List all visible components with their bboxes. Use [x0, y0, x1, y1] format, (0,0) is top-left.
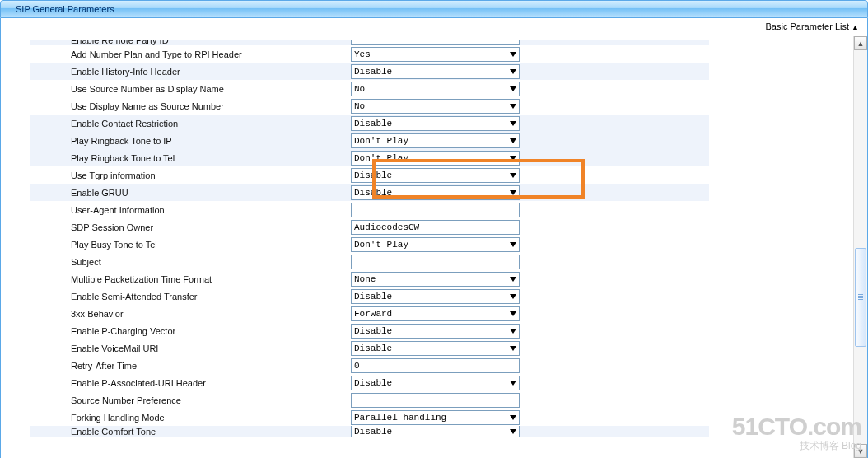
param-control-cell: Disable — [351, 376, 709, 390]
param-row: Enable P-Charging VectorDisable — [30, 322, 709, 339]
param-label: Enable GRUU — [30, 188, 351, 198]
param-row: Retry-After Time0 — [30, 357, 709, 374]
param-label: Enable P-Charging Vector — [30, 326, 351, 336]
param-select[interactable]: No — [351, 99, 520, 114]
param-textbox[interactable] — [351, 255, 520, 269]
param-textbox[interactable] — [351, 393, 520, 408]
param-row: Source Number Preference — [30, 391, 709, 409]
param-select[interactable]: Don't Play — [351, 237, 520, 252]
param-control-cell — [351, 203, 709, 217]
param-select[interactable]: No — [351, 82, 520, 96]
scroll-track[interactable] — [854, 50, 867, 444]
basic-param-link-label: Basic Parameter List — [766, 21, 849, 31]
param-row: Enable Comfort ToneDisable — [30, 426, 709, 437]
scroll-up-button[interactable]: ▲ — [854, 36, 867, 50]
param-select[interactable]: Disable — [351, 40, 520, 45]
param-row: User-Agent Information — [30, 201, 709, 218]
param-control-cell: AudiocodesGW — [351, 220, 709, 235]
param-label: SDP Session Owner — [30, 222, 351, 232]
content-frame: Basic Parameter List ▲ Enable Remote Par… — [0, 18, 868, 458]
param-control-cell: None — [351, 272, 709, 287]
param-control-cell: Don't Play — [351, 237, 709, 252]
scroll-thumb[interactable] — [855, 248, 866, 347]
param-control-cell: Disable — [351, 426, 709, 437]
param-row: Enable P-Associated-URI HeaderDisable — [30, 374, 709, 391]
param-row: Use Tgrp informationDisable — [30, 166, 709, 184]
param-select[interactable]: Yes — [351, 47, 520, 62]
param-textbox[interactable] — [351, 203, 520, 217]
param-row: Play Ringback Tone to IPDon't Play — [30, 132, 709, 149]
param-label: Play Ringback Tone to IP — [30, 136, 351, 146]
up-arrow-icon: ▲ — [852, 23, 859, 31]
param-control-cell: Yes — [351, 47, 709, 62]
param-label: Source Number Preference — [30, 395, 351, 405]
param-label: Enable Semi-Attended Transfer — [30, 292, 351, 301]
param-row: Add Number Plan and Type to RPI HeaderYe… — [30, 45, 709, 63]
param-label: Use Display Name as Source Number — [30, 101, 351, 111]
param-label: Use Tgrp information — [30, 171, 351, 180]
param-row: Enable Contact RestrictionDisable — [30, 114, 709, 132]
basic-param-link[interactable]: Basic Parameter List ▲ — [1, 18, 867, 33]
param-control-cell: Disable — [351, 185, 709, 200]
param-label: Play Ringback Tone to Tel — [30, 153, 351, 163]
param-label: Enable Contact Restriction — [30, 119, 351, 129]
param-control-cell: Forward — [351, 306, 709, 321]
title-bar: SIP General Parameters — [0, 0, 868, 18]
param-control-cell: Disable — [351, 168, 709, 183]
param-select[interactable]: Disable — [351, 426, 520, 437]
param-control-cell: Disable — [351, 40, 709, 45]
param-select[interactable]: Disable — [351, 289, 520, 304]
param-label: Play Busy Tone to Tel — [30, 240, 351, 250]
param-label: User-Agent Information — [30, 205, 351, 215]
param-textbox[interactable]: 0 — [351, 358, 520, 373]
vertical-scrollbar[interactable]: ▲ ▼ — [853, 36, 867, 458]
param-row: Enable GRUUDisable — [30, 184, 709, 201]
param-control-cell: Disable — [351, 64, 709, 79]
param-control-cell: Disable — [351, 324, 709, 339]
param-label: Enable Comfort Tone — [30, 427, 351, 437]
param-select[interactable]: Disable — [351, 324, 520, 339]
param-row: Multiple Packetization Time FormatNone — [30, 270, 709, 287]
param-control-cell: Disable — [351, 289, 709, 304]
param-select[interactable]: Don't Play — [351, 151, 520, 166]
param-row: Enable VoiceMail URIDisable — [30, 339, 709, 357]
param-select[interactable]: Disable — [351, 168, 520, 183]
param-label: Retry-After Time — [30, 361, 351, 371]
param-control-cell: Don't Play — [351, 133, 709, 148]
parameters-panel: Enable Remote Party IDDisableAdd Number … — [30, 40, 709, 458]
param-row: Use Source Number as Display NameNo — [30, 80, 709, 97]
param-row: 3xx BehaviorForward — [30, 305, 709, 322]
param-control-cell — [351, 393, 709, 408]
param-select[interactable]: Don't Play — [351, 133, 520, 148]
param-control-cell: Disable — [351, 341, 709, 356]
param-label: Enable Remote Party ID — [30, 40, 351, 45]
param-row: Play Busy Tone to TelDon't Play — [30, 236, 709, 253]
param-control-cell: Parallel handling — [351, 410, 709, 425]
param-row: Forking Handling ModeParallel handling — [30, 409, 709, 426]
param-label: Add Number Plan and Type to RPI Header — [30, 49, 351, 59]
param-label: Use Source Number as Display Name — [30, 84, 351, 94]
param-select[interactable]: Forward — [351, 306, 520, 321]
param-select[interactable]: Disable — [351, 341, 520, 356]
param-select[interactable]: Parallel handling — [351, 410, 520, 425]
param-row: Enable Remote Party IDDisable — [30, 40, 709, 45]
param-label: Multiple Packetization Time Format — [30, 274, 351, 284]
parameters-table: Enable Remote Party IDDisableAdd Number … — [30, 40, 709, 437]
param-label: 3xx Behavior — [30, 309, 351, 319]
param-select[interactable]: Disable — [351, 116, 520, 131]
param-label: Enable History-Info Header — [30, 67, 351, 77]
param-row: Enable Semi-Attended TransferDisable — [30, 287, 709, 305]
param-select[interactable]: Disable — [351, 64, 520, 79]
param-label: Enable VoiceMail URI — [30, 344, 351, 353]
scroll-down-button[interactable]: ▼ — [854, 444, 867, 458]
param-select[interactable]: Disable — [351, 376, 520, 390]
param-label: Subject — [30, 257, 351, 267]
param-row: SDP Session OwnerAudiocodesGW — [30, 218, 709, 236]
param-control-cell: 0 — [351, 358, 709, 373]
param-control-cell: No — [351, 82, 709, 96]
param-label: Enable P-Associated-URI Header — [30, 378, 351, 388]
param-textbox[interactable]: AudiocodesGW — [351, 220, 520, 235]
param-select[interactable]: Disable — [351, 185, 520, 200]
param-select[interactable]: None — [351, 272, 520, 287]
param-label: Forking Handling Mode — [30, 413, 351, 423]
